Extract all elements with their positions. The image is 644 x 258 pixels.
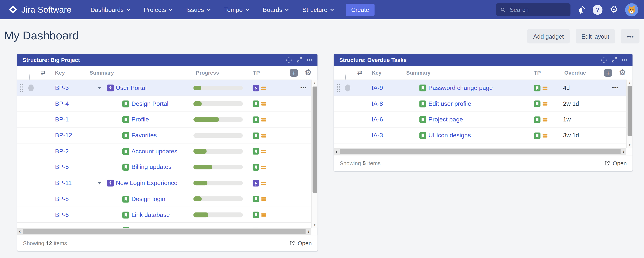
horizontal-scrollbar-thumb[interactable] [23,229,306,234]
nav-boards[interactable]: Boards [263,6,289,13]
vertical-scrollbar[interactable]: ▲ ▼ [626,80,632,148]
row-actions-button[interactable]: ••• [612,80,618,96]
table-row[interactable]: BP-4Design Portal [17,96,318,112]
table-row[interactable]: BP-11New Login Experience [17,175,318,191]
nav-structure[interactable]: Structure [302,6,334,13]
horizontal-scrollbar[interactable]: ‹ › [17,228,311,235]
issue-summary-link[interactable]: UI Icon designs [428,128,471,143]
maximize-gadget-icon[interactable] [612,57,617,63]
column-header-overdue[interactable]: Overdue [564,66,586,80]
issue-key-link[interactable]: BP-5 [55,159,69,175]
vertical-scrollbar[interactable]: ▲ ▼ [311,80,318,228]
open-structure-link[interactable]: Open [289,240,312,246]
avatar[interactable] [625,3,638,16]
add-column-button[interactable]: + [290,69,298,77]
column-header-key[interactable]: Key [55,66,65,80]
gadget-header[interactable]: Structure: Overdue Tasks ••• [334,54,632,66]
search-box[interactable] [496,3,571,16]
issue-key-link[interactable]: IA-8 [372,96,383,112]
announcements-megaphone-icon[interactable] [578,5,586,14]
jira-logo[interactable]: Jira Software [8,5,72,14]
horizontal-scrollbar[interactable]: ‹ › [334,148,626,155]
move-gadget-icon[interactable] [286,57,292,63]
issue-key-link[interactable]: IA-6 [372,112,383,128]
edit-layout-button[interactable]: Edit layout [576,29,615,43]
scroll-up-icon[interactable]: ▲ [627,81,632,85]
issue-key-link[interactable]: IA-3 [372,128,383,143]
scroll-down-icon[interactable]: ▼ [312,223,318,227]
column-header-summary[interactable]: Summary [406,66,430,80]
vertical-scrollbar-thumb[interactable] [312,86,317,193]
table-row[interactable]: BP-8Design login [17,191,318,207]
column-header-summary[interactable]: Summary [90,66,114,80]
create-button[interactable]: Create [346,3,374,16]
column-settings-gear-icon[interactable]: ⚙ [305,66,312,79]
table-row[interactable]: BP-6Link database [17,207,318,223]
drag-handle-icon[interactable] [20,84,24,93]
vertical-scrollbar-thumb[interactable] [628,86,632,135]
row-actions-button[interactable]: ••• [300,80,307,96]
chevron-down-icon[interactable] [98,182,101,185]
open-structure-link[interactable]: Open [604,160,626,166]
column-header-tp[interactable]: TP [534,66,541,80]
issue-key-link[interactable]: BP-4 [55,96,69,112]
scroll-down-icon[interactable]: ▼ [627,143,632,147]
issue-key-link[interactable]: BP-12 [55,128,72,143]
table-row[interactable]: IA-6Project page1w [334,112,632,128]
issue-key-link[interactable]: BP-6 [55,207,69,223]
add-gadget-button[interactable]: Add gadget [528,29,570,43]
issue-key-link[interactable]: IA-9 [372,80,383,96]
gadget-menu-button[interactable]: ••• [622,57,628,62]
search-input[interactable] [509,6,566,13]
nav-projects[interactable]: Projects [144,6,172,13]
drag-handle-icon[interactable] [336,84,340,93]
dashboard-more-button[interactable]: ••• [621,29,640,43]
scroll-left-icon[interactable]: ‹ [336,148,338,154]
issue-summary-link[interactable]: Design Portal [132,96,168,112]
settings-gear-icon[interactable]: ⚙ [610,5,618,14]
issue-key-link[interactable]: BP-8 [55,191,69,207]
issue-summary-link[interactable]: Profile [132,112,149,128]
table-row[interactable]: IA-3UI Icon designs3w 1d [334,128,632,143]
table-row[interactable]: BP-1Profile [17,112,318,128]
column-settings-gear-icon[interactable]: ⚙ [619,66,626,79]
row-selection-marker[interactable] [345,85,350,91]
scroll-left-icon[interactable]: ‹ [19,228,21,234]
add-column-button[interactable]: + [604,69,612,77]
column-header-tp[interactable]: TP [253,66,260,80]
swap-columns-icon[interactable]: ⇄ [357,66,362,80]
table-row[interactable]: BP-2Account updates [17,143,318,159]
table-row[interactable]: BP-3User Portal••• [17,80,318,96]
maximize-gadget-icon[interactable] [296,57,302,63]
swap-columns-icon[interactable]: ⇄ [40,66,46,80]
issue-summary-link[interactable]: Edit user profile [428,96,471,112]
issue-summary-link[interactable]: Favorites [132,128,157,143]
issue-summary-link[interactable]: Project page [428,112,463,128]
issue-summary-link[interactable]: User Portal [116,80,147,96]
scroll-right-icon[interactable]: › [308,228,310,234]
issue-key-link[interactable]: BP-1 [55,112,69,128]
help-button[interactable]: ? [593,5,602,14]
issue-key-link[interactable]: BP-3 [55,80,69,96]
issue-summary-link[interactable]: Link database [132,207,170,223]
table-row[interactable]: BP-12Favorites [17,128,318,143]
scroll-up-icon[interactable]: ▲ [312,81,318,85]
gadget-menu-button[interactable]: ••• [307,57,313,62]
nav-dashboards[interactable]: Dashboards [90,6,130,13]
issue-summary-link[interactable]: New Login Experience [116,175,178,191]
gadget-header[interactable]: Structure: Big Project ••• [17,54,318,66]
issue-summary-link[interactable]: Billing updates [132,159,172,175]
scroll-right-icon[interactable]: › [623,148,625,154]
table-row[interactable]: IA-8Edit user profile2w 1d [334,96,632,112]
row-selection-marker[interactable] [28,85,34,91]
issue-key-link[interactable]: BP-11 [55,175,72,191]
horizontal-scrollbar-thumb[interactable] [340,149,621,154]
move-gadget-icon[interactable] [601,57,607,63]
issue-summary-link[interactable]: Password change page [428,80,493,96]
table-row[interactable]: BP-5Billing updates [17,159,318,175]
issue-summary-link[interactable]: Design login [132,191,165,207]
chevron-down-icon[interactable] [98,87,101,90]
nav-tempo[interactable]: Tempo [224,6,249,13]
column-header-key[interactable]: Key [372,66,382,80]
nav-issues[interactable]: Issues [186,6,210,13]
